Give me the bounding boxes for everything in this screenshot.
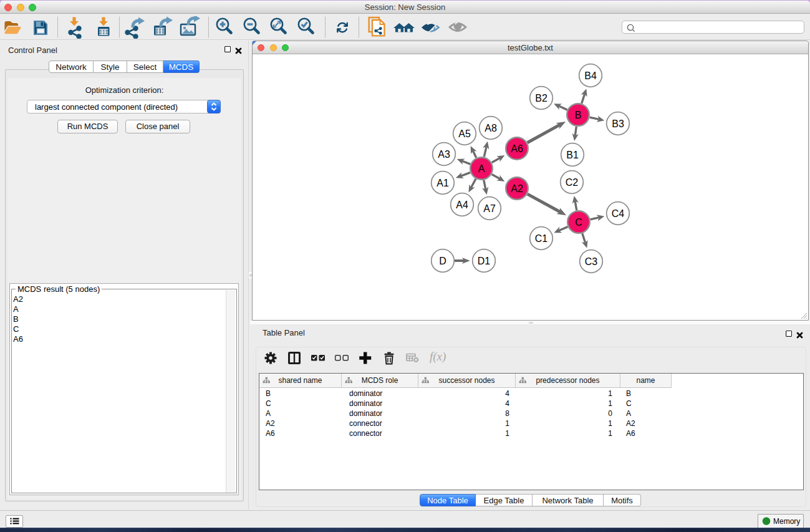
svg-text:A4: A4	[456, 200, 468, 210]
svg-text:A: A	[478, 163, 485, 174]
svg-text:A6: A6	[511, 143, 523, 154]
svg-text:A3: A3	[438, 149, 450, 160]
svg-text:C: C	[575, 217, 582, 228]
svg-text:B2: B2	[535, 93, 547, 104]
svg-text:C1: C1	[535, 233, 548, 244]
svg-text:C4: C4	[612, 208, 625, 219]
svg-text:D1: D1	[478, 256, 491, 266]
svg-text:B1: B1	[566, 150, 579, 160]
svg-text:C3: C3	[585, 256, 598, 267]
svg-text:D: D	[439, 256, 446, 266]
svg-text:A8: A8	[485, 123, 497, 133]
svg-text:A7: A7	[483, 203, 496, 214]
svg-text:B4: B4	[584, 70, 597, 81]
svg-text:C2: C2	[566, 177, 579, 188]
svg-text:A2: A2	[511, 183, 523, 194]
svg-text:A5: A5	[458, 128, 471, 139]
svg-text:Memory: Memory	[773, 517, 800, 526]
svg-text:B3: B3	[612, 118, 624, 129]
svg-text:A1: A1	[436, 178, 449, 188]
svg-text:B: B	[575, 110, 582, 120]
